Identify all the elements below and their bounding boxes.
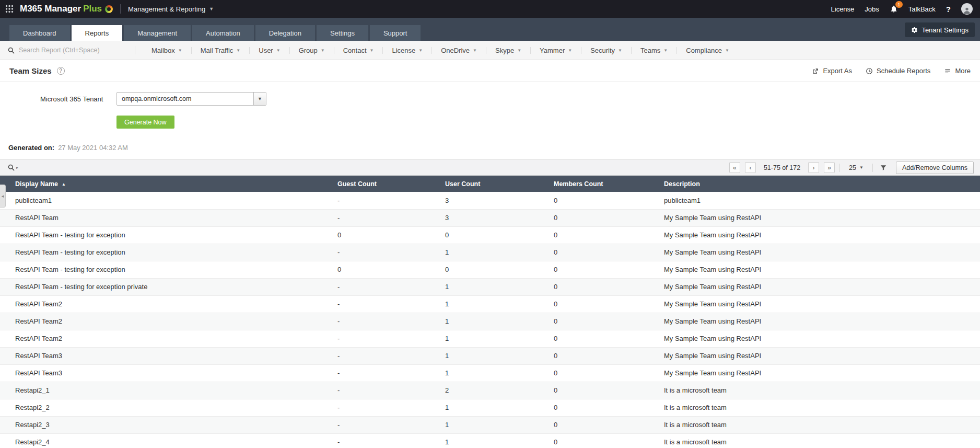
left-panel-collapse-handle[interactable]: ◂ — [0, 185, 6, 208]
cell-user-count: 1 — [442, 347, 551, 364]
tab-reports[interactable]: Reports — [72, 25, 123, 41]
page-size-value: 25 — [849, 164, 856, 171]
cell-members-count: 0 — [551, 416, 661, 433]
cell-guest-count: - — [334, 295, 442, 313]
tab-automation[interactable]: Automation — [192, 25, 254, 41]
talkback-link[interactable]: TalkBack — [908, 5, 936, 13]
pagination-first-button[interactable]: « — [729, 162, 740, 173]
generated-on-row: Generated on: 27 May 2021 04:32 AM — [8, 143, 980, 152]
menu-item-yammer[interactable]: Yammer▼ — [531, 45, 581, 55]
page-size-select[interactable]: 25 ▼ — [845, 164, 868, 171]
table-row[interactable]: publicteam1-30publicteam1 — [0, 192, 980, 209]
add-remove-columns-button[interactable]: Add/Remove Columns — [896, 162, 974, 174]
table-search-button[interactable]: ▸ — [7, 164, 18, 171]
cell-members-count: 0 — [551, 399, 661, 416]
cell-members-count: 0 — [551, 382, 661, 399]
notifications-button[interactable]: 1 — [890, 5, 898, 13]
menu-item-mailbox[interactable]: Mailbox▼ — [143, 45, 191, 55]
schedule-reports-button[interactable]: Schedule Reports — [866, 67, 930, 75]
column-header-description[interactable]: Description — [661, 176, 980, 192]
tenant-settings-button[interactable]: Tenant Settings — [905, 22, 975, 37]
pagination-next-button[interactable]: › — [808, 162, 819, 173]
table-row[interactable]: RestAPI Team2-10My Sample Team using Res… — [0, 330, 980, 347]
table-row[interactable]: RestAPI Team - testing for exception000M… — [0, 226, 980, 244]
gear-icon — [911, 27, 918, 33]
menu-item-group[interactable]: Group▼ — [290, 45, 334, 55]
tenant-select[interactable]: ompqa.onmicrosoft.com ▼ — [116, 92, 266, 106]
filter-button[interactable] — [878, 164, 889, 171]
menu-item-mail-traffic[interactable]: Mail Traffic▼ — [192, 45, 250, 55]
cell-guest-count: - — [334, 244, 442, 261]
cell-display-name: Restapi2_2 — [0, 399, 334, 416]
menu-item-skype[interactable]: Skype▼ — [486, 45, 530, 55]
chevron-down-icon: ▼ — [418, 48, 423, 53]
tab-settings[interactable]: Settings — [317, 25, 368, 41]
table-row[interactable]: RestAPI Team - testing for exception000M… — [0, 261, 980, 278]
table-row[interactable]: Restapi2_4-10It is a microsoft team — [0, 433, 980, 448]
page-size-chevron-icon: ▼ — [859, 165, 864, 170]
jobs-link[interactable]: Jobs — [865, 5, 879, 13]
table-row[interactable]: Restapi2_3-10It is a microsoft team — [0, 416, 980, 433]
help-icon[interactable]: ? — [946, 5, 951, 14]
column-header-display-name[interactable]: Display Name▲ — [0, 176, 334, 192]
cell-guest-count: - — [334, 347, 442, 364]
table-row[interactable]: Restapi2_1-20It is a microsoft team — [0, 382, 980, 399]
search-input[interactable] — [19, 47, 123, 54]
table-row[interactable]: RestAPI Team - testing for exception pri… — [0, 278, 980, 295]
menu-item-user[interactable]: User▼ — [250, 45, 289, 55]
menu-item-teams[interactable]: Teams▼ — [632, 45, 676, 55]
tab-management[interactable]: Management — [124, 25, 191, 41]
chevron-down-icon: ▼ — [725, 48, 729, 53]
table-row[interactable]: RestAPI Team - testing for exception-10M… — [0, 244, 980, 261]
export-as-button[interactable]: Export As — [812, 67, 852, 75]
pagination-last-button[interactable]: » — [824, 162, 835, 173]
tab-dashboard[interactable]: Dashboard — [9, 25, 70, 41]
cell-display-name: publicteam1 — [0, 192, 334, 209]
generate-now-button[interactable]: Generate Now — [116, 116, 174, 129]
more-button[interactable]: More — [944, 67, 971, 75]
table-row[interactable]: RestAPI Team-30My Sample Team using Rest… — [0, 209, 980, 226]
apps-grid-icon[interactable] — [5, 5, 14, 13]
column-header-members-count[interactable]: Members Count — [551, 176, 661, 192]
cell-members-count: 0 — [551, 347, 661, 364]
cell-user-count: 2 — [442, 382, 551, 399]
cell-user-count: 1 — [442, 278, 551, 295]
page-help-icon[interactable]: ? — [57, 67, 65, 75]
tenant-settings-label: Tenant Settings — [921, 26, 969, 34]
table-row[interactable]: RestAPI Team2-10My Sample Team using Res… — [0, 295, 980, 313]
cell-user-count: 3 — [442, 209, 551, 226]
cell-user-count: 3 — [442, 192, 551, 209]
cell-description: My Sample Team using RestAPI — [661, 226, 980, 244]
table-row[interactable]: RestAPI Team3-10My Sample Team using Res… — [0, 364, 980, 382]
menu-item-contact[interactable]: Contact▼ — [334, 45, 383, 55]
menu-item-security[interactable]: Security▼ — [581, 45, 631, 55]
context-switcher[interactable]: Management & Reporting ▼ — [128, 5, 214, 13]
cell-user-count: 1 — [442, 399, 551, 416]
table-row[interactable]: RestAPI Team3-10My Sample Team using Res… — [0, 347, 980, 364]
table-row[interactable]: RestAPI Team2-10My Sample Team using Res… — [0, 313, 980, 330]
cell-guest-count: - — [334, 330, 442, 347]
tab-support[interactable]: Support — [370, 25, 421, 41]
cell-display-name: RestAPI Team - testing for exception — [0, 244, 334, 261]
toolbar-divider — [839, 164, 840, 172]
export-as-label: Export As — [823, 67, 852, 75]
column-header-user-count[interactable]: User Count — [442, 176, 551, 192]
tab-delegation[interactable]: Delegation — [255, 25, 315, 41]
report-search[interactable] — [0, 47, 135, 54]
topbar-divider — [120, 4, 121, 14]
menu-item-license[interactable]: License▼ — [383, 45, 431, 55]
menu-item-compliance[interactable]: Compliance▼ — [677, 45, 738, 55]
table-row[interactable]: Restapi2_2-10It is a microsoft team — [0, 399, 980, 416]
cell-guest-count: - — [334, 313, 442, 330]
cell-guest-count: 0 — [334, 226, 442, 244]
column-header-guest-count[interactable]: Guest Count — [334, 176, 442, 192]
cell-display-name: Restapi2_1 — [0, 382, 334, 399]
pagination-prev-button[interactable]: ‹ — [745, 162, 756, 173]
cell-description: My Sample Team using RestAPI — [661, 278, 980, 295]
cell-user-count: 1 — [442, 433, 551, 448]
cell-user-count: 1 — [442, 313, 551, 330]
user-avatar[interactable] — [961, 3, 973, 15]
menu-item-onedrive[interactable]: OneDrive▼ — [432, 45, 486, 55]
license-link[interactable]: License — [831, 5, 855, 13]
cell-display-name: RestAPI Team - testing for exception pri… — [0, 278, 334, 295]
